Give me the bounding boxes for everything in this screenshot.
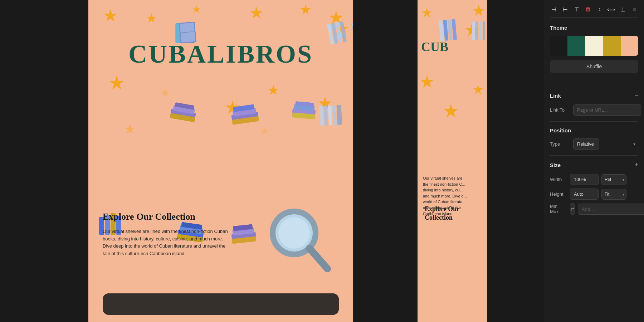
svg-line-46 [309, 248, 327, 269]
width-row: Width Rel Px % [550, 174, 638, 185]
star-deco: ★ [421, 5, 433, 20]
position-label: Position [550, 127, 571, 133]
book-decoration [230, 104, 259, 128]
size-add-icon[interactable]: + [634, 161, 638, 169]
secondary-preview-title: CUB [421, 39, 448, 54]
book-decoration [169, 102, 197, 126]
height-row: Height Fit Px % [550, 189, 638, 200]
size-label: Size [550, 162, 561, 168]
right-panel: ⊣ ⊢ ⊤ 🗑 ↕ ⟺ ⊥ ≡ Theme Shuffle Link − Lin… [544, 0, 644, 322]
height-unit-dropdown[interactable]: Fit Px % [601, 189, 626, 200]
height-label: Height [550, 191, 567, 197]
shuffle-button[interactable]: Shuffle [550, 60, 638, 73]
divider-3 [550, 155, 638, 156]
height-value-input[interactable] [570, 189, 599, 200]
height-unit-wrapper: Fit Px % [601, 189, 626, 200]
theme-section-header: Theme [550, 25, 638, 31]
more-icon[interactable]: ≡ [630, 6, 638, 13]
link-to-input[interactable] [573, 104, 641, 116]
link-section: Link − Link To [550, 92, 638, 116]
star-decoration: ★ [299, 2, 312, 18]
position-type-label: Type [550, 141, 570, 147]
secondary-preview[interactable]: ★ ★ ★ ★ ★ ★ CUB Explore Ou [418, 0, 487, 322]
distribute-icon[interactable]: ⊥ [619, 6, 627, 13]
svg-rect-54 [483, 21, 485, 40]
star-deco: ★ [472, 2, 486, 19]
collection-desc: Our virtual shelves are lined with the f… [103, 228, 228, 258]
content-section: Explore Our Collection Our virtual shelv… [103, 211, 228, 258]
align-center-h-icon[interactable]: ⊢ [561, 6, 569, 13]
minmax-exchange-icon[interactable]: ⇄ [570, 203, 575, 215]
preview-title: CUBALIBROS [88, 39, 353, 69]
size-section: Size + Width Rel Px % Height Fit Px [550, 161, 638, 215]
star-deco: ★ [472, 82, 484, 97]
divider-1 [550, 86, 638, 86]
theme-label: Theme [550, 25, 567, 31]
swatch-cream[interactable] [585, 36, 603, 56]
svg-rect-29 [328, 106, 332, 125]
align-left-icon[interactable]: ⊣ [550, 6, 558, 13]
swatch-dark[interactable] [550, 36, 567, 56]
svg-rect-31 [336, 105, 342, 125]
align-middle-v-icon[interactable]: ⟺ [607, 6, 615, 13]
swatch-peach[interactable] [621, 36, 638, 56]
align-right-icon[interactable]: ⊤ [573, 6, 581, 13]
book-decoration [230, 224, 257, 247]
divider-2 [550, 121, 638, 122]
minmax-label: Min Max [550, 204, 567, 214]
book-decoration [292, 101, 316, 122]
size-section-header: Size + [550, 161, 638, 169]
canvas-gap [353, 0, 385, 322]
link-label: Link [550, 93, 561, 99]
svg-rect-51 [472, 21, 475, 40]
width-unit-wrapper: Rel Px % [601, 174, 626, 185]
star-deco: ★ [419, 72, 435, 92]
toolbar-row: ⊣ ⊢ ⊤ 🗑 ↕ ⟺ ⊥ ≡ [550, 6, 638, 18]
magnifier-icon [267, 206, 332, 279]
main-preview[interactable]: ★ ★ ★ ★ ★ ★ ★ ★ ★ ★ ★ ★ ★ ★ [88, 0, 353, 322]
width-value-input[interactable] [570, 174, 599, 185]
link-section-header: Link − [550, 92, 638, 99]
minmax-row: Min Max ⇄ [550, 203, 638, 215]
star-decoration: ★ [108, 72, 125, 94]
star-decoration: ★ [146, 11, 157, 26]
position-type-dropdown-wrapper: Relative Static Absolute Fixed Sticky [573, 138, 638, 150]
link-to-label: Link To [550, 107, 570, 113]
bottom-toolbar[interactable] [103, 293, 339, 315]
width-unit-dropdown[interactable]: Rel Px % [601, 174, 626, 185]
left-background [0, 0, 88, 322]
svg-rect-30 [332, 105, 337, 125]
theme-palette[interactable] [550, 36, 638, 56]
star-decoration: ★ [260, 125, 269, 137]
delete-icon[interactable]: 🗑 [584, 6, 592, 13]
book-decoration [319, 105, 343, 127]
align-top-icon[interactable]: ↕ [596, 6, 604, 13]
svg-rect-52 [475, 21, 478, 40]
minmax-input[interactable] [578, 204, 644, 215]
position-type-row: Type Relative Static Absolute Fixed Stic… [550, 138, 638, 150]
position-section-header: Position [550, 127, 638, 133]
svg-rect-53 [479, 21, 482, 40]
star-decoration: ★ [192, 4, 201, 15]
canvas-area: ★ ★ ★ ★ ★ ★ ★ ★ ★ ★ ★ ★ ★ ★ [88, 0, 544, 322]
collection-title: Explore Our Collection [103, 211, 228, 222]
svg-rect-28 [323, 106, 328, 125]
star-decoration: ★ [124, 122, 136, 137]
position-section: Position Type Relative Static Absolute F… [550, 127, 638, 150]
book-deco [471, 21, 486, 43]
swatch-green[interactable] [567, 36, 585, 56]
link-collapse-icon[interactable]: − [634, 92, 638, 99]
width-label: Width [550, 177, 567, 182]
star-decoration: ★ [103, 5, 118, 25]
swatch-gold[interactable] [603, 36, 620, 56]
position-type-dropdown[interactable]: Relative Static Absolute Fixed Sticky [573, 138, 599, 150]
svg-rect-27 [319, 106, 324, 126]
svg-rect-4 [351, 23, 353, 42]
star-decoration: ★ [160, 86, 170, 99]
link-to-row: Link To [550, 104, 638, 116]
star-decoration: ★ [249, 4, 263, 22]
star-decoration: ★ [267, 82, 279, 98]
svg-point-45 [278, 217, 310, 249]
star-deco: ★ [443, 100, 459, 122]
secondary-collection-desc: Our virtual shelves arethe finest non-fi… [423, 175, 486, 275]
